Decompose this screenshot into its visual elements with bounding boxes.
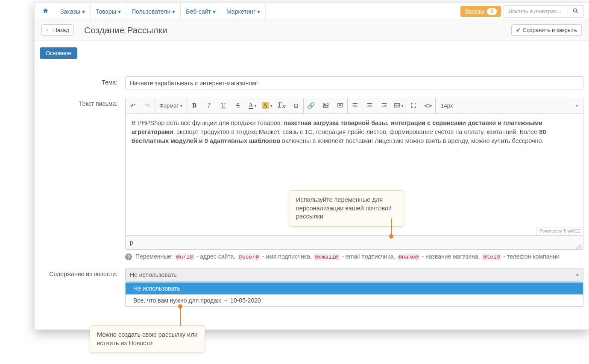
textcolor-icon: A [249, 102, 253, 109]
news-option-0[interactable]: Не использовать [126, 282, 583, 294]
caret-down-icon: ▾ [82, 8, 85, 15]
news-label: Содержание из новости: [40, 268, 125, 307]
question-icon: ? [125, 253, 132, 260]
strike-button[interactable]: S [231, 98, 245, 113]
orders-badge-label: Заказы [465, 8, 485, 15]
check-icon: ✔ [516, 27, 521, 33]
redo-button[interactable]: ↷ [140, 98, 155, 113]
caret-down-icon: ▾ [255, 104, 257, 108]
nav-products-label: Товары [96, 8, 116, 15]
fontsize-dropdown[interactable]: 14px ▾ [436, 98, 583, 113]
nav-marketing[interactable]: Маркетинг ▾ [221, 3, 266, 20]
caret-down-icon: ▾ [270, 104, 273, 108]
nav-users[interactable]: Пользователи ▾ [126, 3, 181, 20]
media-button[interactable] [333, 98, 347, 113]
var-tel: @tel@ [482, 253, 502, 261]
alignleft-button[interactable] [348, 98, 362, 113]
main-panel: Заказы ▾ Товары ▾ Пользователи ▾ Веб-сай… [34, 3, 589, 330]
link-button[interactable]: 🔗 [304, 98, 318, 113]
nav-left: Заказы ▾ Товары ▾ Пользователи ▾ Веб-сай… [36, 3, 266, 20]
search-input[interactable] [504, 5, 568, 18]
undo-icon: ↶ [130, 102, 136, 110]
nav-website-label: Веб-сайт [186, 8, 211, 15]
italic-icon: I [208, 102, 210, 109]
format-label: Формат [159, 102, 179, 109]
page-root: Заказы ▾ Товары ▾ Пользователи ▾ Веб-сай… [0, 0, 589, 364]
svg-point-0 [574, 9, 577, 12]
editor-text-2: , экспорт продуктов в Яндекс.Маркет, свя… [173, 128, 539, 135]
media-icon [337, 102, 343, 110]
rich-editor: ↶ ↷ Формат ▾ B I [125, 98, 583, 250]
nav-products[interactable]: Товары ▾ [91, 3, 126, 20]
nav-orders[interactable]: Заказы ▾ [55, 3, 91, 20]
vars-label: Переменные: [135, 253, 175, 260]
svg-line-1 [576, 12, 577, 13]
news-select: Не использовать ▾ Не использовать Все, ч… [125, 268, 583, 307]
subject-input[interactable] [125, 76, 583, 90]
aligncenter-button[interactable] [362, 98, 377, 113]
clearformat-icon: T✕ [278, 101, 285, 110]
save-close-button[interactable]: ✔ Сохранить и закрыть [511, 24, 582, 36]
bgcolor-button[interactable]: A▾ [260, 98, 274, 113]
var-email-desc: - email подписчика, [340, 253, 397, 260]
back-button[interactable]: 🡐 Назад [41, 24, 74, 36]
caret-down-icon: ▾ [172, 8, 175, 15]
callout-dot-icon [178, 304, 182, 309]
callout-news-text: Можно создать свою рассылку или вствить … [97, 331, 198, 347]
image-icon [322, 102, 329, 110]
var-user-desc: - имя подписчика, [261, 253, 314, 260]
orders-badge-count: 2 [487, 8, 497, 15]
bold-icon: B [192, 102, 196, 109]
back-label: Назад [53, 27, 69, 33]
editor-text-1: В PHPShop есть все функции для продажи т… [132, 119, 284, 126]
news-select-trigger[interactable]: Не использовать ▾ [125, 268, 583, 282]
page-header: 🡐 Назад Создание Рассылки ✔ Сохранить и … [35, 20, 589, 41]
bgcolor-icon: A [262, 102, 269, 109]
editor-text-3: включены в комплект поставки! Лицензию м… [280, 137, 544, 144]
alignright-button[interactable] [377, 98, 391, 113]
variables-hint: ? Переменные: @url@ - адрес сайта, @user… [125, 253, 583, 260]
nav-home[interactable] [36, 3, 55, 20]
image-button[interactable] [318, 98, 333, 113]
caret-down-icon: ▾ [180, 104, 182, 108]
subject-row: Тема: [40, 76, 583, 90]
bold-button[interactable]: B [187, 98, 202, 113]
underline-button[interactable]: U [216, 98, 231, 113]
tab-main[interactable]: Основное [40, 47, 77, 59]
italic-button[interactable]: I [202, 98, 216, 113]
nav-website[interactable]: Веб-сайт ▾ [181, 3, 221, 20]
table-button[interactable]: ▾ [391, 98, 406, 113]
code-icon: <> [424, 102, 432, 110]
orders-badge-button[interactable]: Заказы 2 [460, 6, 501, 17]
undo-button[interactable]: ↶ [126, 98, 140, 113]
redo-icon: ↷ [145, 102, 150, 110]
powered-label: Powered by TinyMCE [536, 227, 583, 236]
specialchar-button[interactable]: Ω [289, 98, 303, 113]
format-dropdown[interactable]: Формат ▾ [155, 98, 187, 113]
news-option-1[interactable]: Все, что вам нужно для продаж → 10-05-20… [126, 294, 583, 306]
resize-handle[interactable] [576, 243, 581, 248]
aligncenter-icon [366, 102, 373, 110]
top-navbar: Заказы ▾ Товары ▾ Пользователи ▾ Веб-сай… [35, 3, 589, 20]
callout-line [391, 218, 392, 236]
var-url: @url@ [175, 253, 195, 261]
caret-down-icon: ▾ [257, 8, 260, 15]
fullscreen-button[interactable] [406, 98, 421, 113]
var-url-desc: - адрес сайта, [195, 253, 237, 260]
underline-icon: U [221, 102, 226, 109]
caret-down-icon: ▾ [576, 103, 578, 108]
search-button[interactable] [568, 5, 583, 18]
omega-icon: Ω [294, 102, 299, 109]
news-select-dropdown: Не использовать Все, что вам нужно для п… [125, 282, 583, 307]
code-button[interactable]: <> [421, 98, 435, 113]
clearformat-button[interactable]: T✕ [274, 98, 289, 113]
callout-vars: Используйте переменные для персонализаци… [289, 190, 404, 227]
tabs: Основное [35, 41, 589, 59]
body-label: Текст письма: [40, 98, 125, 260]
textcolor-button[interactable]: A▾ [245, 98, 260, 113]
var-name-desc: - название магазина, [420, 253, 482, 260]
nav-right: Заказы 2 [460, 5, 587, 18]
search-icon [572, 9, 579, 15]
alignleft-icon [352, 102, 358, 110]
editor-path: p [130, 239, 133, 246]
